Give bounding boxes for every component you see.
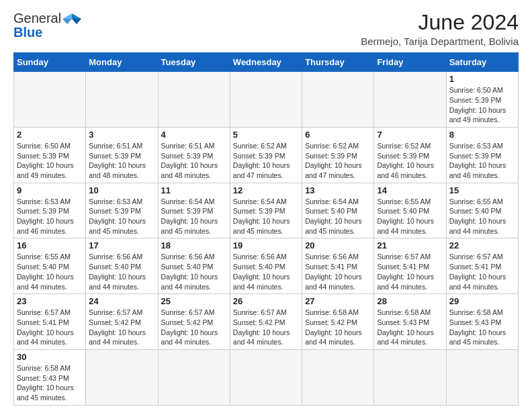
empty-day-cell: [302, 72, 374, 128]
day-number: 22: [449, 240, 515, 250]
day-number: 21: [377, 240, 443, 250]
day-number: 13: [305, 185, 371, 195]
day-cell: 12Sunrise: 6:54 AM Sunset: 5:39 PM Dayli…: [230, 183, 302, 238]
day-number: 24: [89, 296, 154, 306]
calendar-week-row: 2Sunrise: 6:50 AM Sunset: 5:39 PM Daylig…: [14, 127, 519, 183]
day-number: 16: [17, 240, 83, 250]
day-cell: 18Sunrise: 6:56 AM Sunset: 5:40 PM Dayli…: [158, 238, 230, 294]
day-number: 18: [161, 240, 227, 250]
day-number: 29: [449, 296, 515, 306]
day-info: Sunrise: 6:58 AM Sunset: 5:43 PM Dayligh…: [449, 308, 515, 347]
day-info: Sunrise: 6:57 AM Sunset: 5:41 PM Dayligh…: [17, 308, 83, 347]
day-number: 15: [449, 185, 515, 195]
day-number: 20: [305, 240, 371, 250]
day-cell: 14Sunrise: 6:55 AM Sunset: 5:40 PM Dayli…: [374, 183, 446, 238]
day-cell: 23Sunrise: 6:57 AM Sunset: 5:41 PM Dayli…: [14, 294, 86, 350]
day-info: Sunrise: 6:57 AM Sunset: 5:42 PM Dayligh…: [161, 308, 227, 347]
day-cell: 27Sunrise: 6:58 AM Sunset: 5:42 PM Dayli…: [302, 294, 374, 350]
location-title: Bermejo, Tarija Department, Bolivia: [361, 36, 519, 47]
day-cell: 21Sunrise: 6:57 AM Sunset: 5:41 PM Dayli…: [374, 238, 446, 294]
weekday-header-wednesday: Wednesday: [230, 53, 302, 72]
day-info: Sunrise: 6:58 AM Sunset: 5:43 PM Dayligh…: [377, 308, 443, 347]
day-cell: 8Sunrise: 6:53 AM Sunset: 5:39 PM Daylig…: [446, 127, 518, 183]
day-cell: 4Sunrise: 6:51 AM Sunset: 5:39 PM Daylig…: [158, 127, 230, 183]
day-number: 17: [89, 240, 154, 250]
empty-day-cell: [230, 72, 302, 128]
day-info: Sunrise: 6:54 AM Sunset: 5:40 PM Dayligh…: [305, 197, 371, 236]
day-info: Sunrise: 6:52 AM Sunset: 5:39 PM Dayligh…: [233, 141, 299, 181]
day-number: 30: [17, 352, 83, 362]
day-number: 27: [305, 296, 371, 306]
empty-day-cell: [230, 349, 302, 405]
month-title: June 2024: [361, 11, 519, 34]
empty-day-cell: [446, 349, 518, 405]
weekday-header-row: SundayMondayTuesdayWednesdayThursdayFrid…: [14, 53, 519, 72]
day-number: 26: [233, 296, 299, 306]
empty-day-cell: [302, 349, 374, 405]
title-area: June 2024 Bermejo, Tarija Department, Bo…: [361, 11, 519, 47]
day-info: Sunrise: 6:54 AM Sunset: 5:39 PM Dayligh…: [233, 197, 299, 236]
day-info: Sunrise: 6:55 AM Sunset: 5:40 PM Dayligh…: [17, 252, 83, 291]
day-number: 11: [161, 185, 227, 195]
day-cell: 26Sunrise: 6:57 AM Sunset: 5:42 PM Dayli…: [230, 294, 302, 350]
day-info: Sunrise: 6:56 AM Sunset: 5:41 PM Dayligh…: [305, 252, 371, 291]
day-cell: 15Sunrise: 6:55 AM Sunset: 5:40 PM Dayli…: [446, 183, 518, 238]
day-cell: 13Sunrise: 6:54 AM Sunset: 5:40 PM Dayli…: [302, 183, 374, 238]
day-cell: 22Sunrise: 6:57 AM Sunset: 5:41 PM Dayli…: [446, 238, 518, 294]
day-number: 3: [89, 130, 154, 140]
day-cell: 10Sunrise: 6:53 AM Sunset: 5:39 PM Dayli…: [86, 183, 158, 238]
calendar-week-row: 9Sunrise: 6:53 AM Sunset: 5:39 PM Daylig…: [14, 183, 519, 238]
day-cell: 1Sunrise: 6:50 AM Sunset: 5:39 PM Daylig…: [446, 72, 518, 128]
day-cell: 30Sunrise: 6:58 AM Sunset: 5:43 PM Dayli…: [14, 349, 86, 405]
day-info: Sunrise: 6:50 AM Sunset: 5:39 PM Dayligh…: [449, 85, 515, 125]
day-number: 28: [377, 296, 443, 306]
weekday-header-monday: Monday: [86, 53, 158, 72]
empty-day-cell: [374, 72, 446, 128]
day-cell: 24Sunrise: 6:57 AM Sunset: 5:42 PM Dayli…: [86, 294, 158, 350]
day-info: Sunrise: 6:54 AM Sunset: 5:39 PM Dayligh…: [161, 197, 227, 236]
day-cell: 25Sunrise: 6:57 AM Sunset: 5:42 PM Dayli…: [158, 294, 230, 350]
day-info: Sunrise: 6:56 AM Sunset: 5:40 PM Dayligh…: [233, 252, 299, 291]
svg-marker-1: [62, 13, 72, 19]
calendar-week-row: 30Sunrise: 6:58 AM Sunset: 5:43 PM Dayli…: [14, 349, 519, 405]
day-number: 25: [161, 296, 227, 306]
calendar-week-row: 23Sunrise: 6:57 AM Sunset: 5:41 PM Dayli…: [14, 294, 519, 350]
day-number: 10: [89, 185, 154, 195]
day-info: Sunrise: 6:58 AM Sunset: 5:42 PM Dayligh…: [305, 308, 371, 347]
logo-text-general: General: [13, 11, 61, 26]
svg-marker-3: [62, 19, 72, 24]
day-info: Sunrise: 6:51 AM Sunset: 5:39 PM Dayligh…: [89, 141, 154, 181]
day-info: Sunrise: 6:57 AM Sunset: 5:42 PM Dayligh…: [233, 308, 299, 347]
day-cell: 2Sunrise: 6:50 AM Sunset: 5:39 PM Daylig…: [14, 127, 86, 183]
logo-bird-icon: [62, 12, 81, 26]
weekday-header-sunday: Sunday: [14, 53, 86, 72]
day-info: Sunrise: 6:55 AM Sunset: 5:40 PM Dayligh…: [377, 197, 443, 236]
day-number: 5: [233, 130, 299, 140]
calendar-week-row: 16Sunrise: 6:55 AM Sunset: 5:40 PM Dayli…: [14, 238, 519, 294]
day-info: Sunrise: 6:57 AM Sunset: 5:41 PM Dayligh…: [449, 252, 515, 291]
header: General Blue June 2024 Bermejo, Tarija D…: [13, 11, 519, 47]
day-number: 2: [17, 130, 83, 140]
calendar-week-row: 1Sunrise: 6:50 AM Sunset: 5:39 PM Daylig…: [14, 72, 519, 128]
logo: General Blue: [13, 11, 81, 40]
day-info: Sunrise: 6:51 AM Sunset: 5:39 PM Dayligh…: [161, 141, 227, 181]
day-info: Sunrise: 6:50 AM Sunset: 5:39 PM Dayligh…: [17, 141, 83, 181]
day-cell: 28Sunrise: 6:58 AM Sunset: 5:43 PM Dayli…: [374, 294, 446, 350]
day-info: Sunrise: 6:52 AM Sunset: 5:39 PM Dayligh…: [305, 141, 371, 181]
day-number: 9: [17, 185, 83, 195]
day-cell: 11Sunrise: 6:54 AM Sunset: 5:39 PM Dayli…: [158, 183, 230, 238]
day-cell: 9Sunrise: 6:53 AM Sunset: 5:39 PM Daylig…: [14, 183, 86, 238]
day-info: Sunrise: 6:57 AM Sunset: 5:42 PM Dayligh…: [89, 308, 154, 347]
day-info: Sunrise: 6:53 AM Sunset: 5:39 PM Dayligh…: [89, 197, 154, 236]
empty-day-cell: [14, 72, 86, 128]
svg-marker-0: [72, 13, 81, 19]
day-info: Sunrise: 6:55 AM Sunset: 5:40 PM Dayligh…: [449, 197, 515, 236]
weekday-header-thursday: Thursday: [302, 53, 374, 72]
day-number: 12: [233, 185, 299, 195]
day-cell: 3Sunrise: 6:51 AM Sunset: 5:39 PM Daylig…: [86, 127, 158, 183]
day-number: 8: [449, 130, 515, 140]
empty-day-cell: [158, 349, 230, 405]
day-number: 1: [449, 74, 515, 84]
weekday-header-tuesday: Tuesday: [158, 53, 230, 72]
day-cell: 17Sunrise: 6:56 AM Sunset: 5:40 PM Dayli…: [86, 238, 158, 294]
